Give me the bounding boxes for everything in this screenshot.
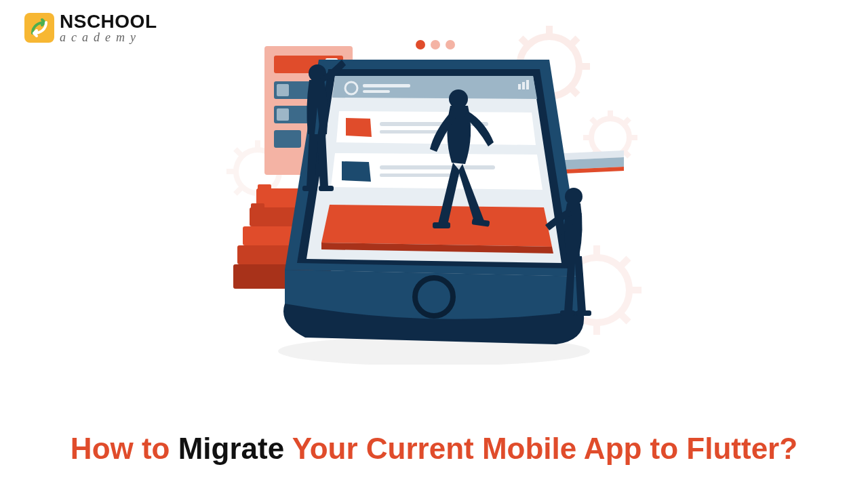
svg-rect-43 (274, 130, 301, 148)
svg-rect-50 (251, 203, 264, 209)
logo-line1: NSCHOOL (60, 12, 157, 31)
brand-logo: NSCHOOL academy (24, 12, 157, 43)
list-card-icon (331, 153, 542, 190)
svg-rect-81 (319, 186, 334, 191)
svg-point-54 (416, 40, 425, 49)
svg-line-5 (521, 38, 528, 45)
svg-point-56 (446, 40, 455, 49)
svg-point-55 (431, 40, 440, 49)
logo-text: NSCHOOL academy (60, 12, 157, 43)
svg-rect-65 (363, 90, 390, 93)
svg-rect-86 (560, 310, 575, 316)
svg-marker-70 (346, 118, 372, 137)
svg-rect-40 (277, 84, 289, 96)
svg-line-17 (624, 119, 629, 124)
svg-point-82 (449, 89, 468, 108)
headline-part-2: Migrate (178, 432, 292, 465)
svg-line-24 (620, 313, 629, 322)
svg-point-85 (565, 188, 583, 205)
svg-line-14 (591, 119, 597, 124)
svg-rect-76 (380, 174, 461, 177)
page-title: How to Migrate Your Current Mobile App t… (0, 429, 868, 468)
svg-rect-75 (380, 165, 495, 169)
svg-marker-74 (342, 161, 371, 182)
svg-rect-83 (433, 222, 450, 228)
svg-line-32 (235, 149, 242, 156)
svg-rect-68 (526, 80, 529, 89)
svg-marker-62 (332, 76, 537, 99)
headline-part-3: Your Current Mobile App to Flutter? (292, 432, 798, 465)
svg-line-34 (235, 187, 242, 194)
svg-rect-66 (518, 84, 521, 89)
svg-line-26 (620, 258, 629, 267)
pager-dots-icon (416, 40, 455, 49)
svg-line-15 (624, 151, 629, 157)
svg-line-6 (570, 87, 578, 95)
svg-rect-49 (258, 184, 271, 190)
logo-line2: academy (60, 31, 157, 43)
svg-line-8 (570, 38, 578, 45)
svg-rect-80 (302, 186, 317, 191)
svg-rect-67 (522, 82, 525, 89)
svg-rect-42 (277, 108, 289, 121)
logo-mark-icon (24, 13, 54, 43)
svg-rect-64 (363, 84, 410, 87)
headline-part-1: How to (71, 432, 178, 465)
hero-illustration (217, 19, 651, 365)
svg-rect-87 (576, 310, 591, 316)
primary-button-icon (321, 205, 553, 253)
